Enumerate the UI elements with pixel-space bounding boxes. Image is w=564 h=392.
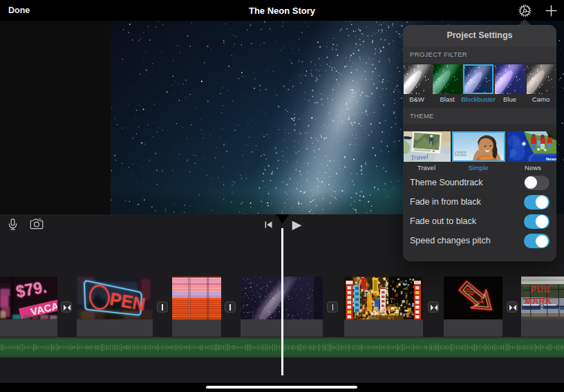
svg-text:MARK: MARK <box>525 297 552 306</box>
svg-text:PUB: PUB <box>531 285 551 295</box>
svg-text:Sea Side: Sea Side <box>455 152 469 156</box>
svg-text:News: News <box>546 156 556 160</box>
svg-text:Travel: Travel <box>410 152 428 161</box>
